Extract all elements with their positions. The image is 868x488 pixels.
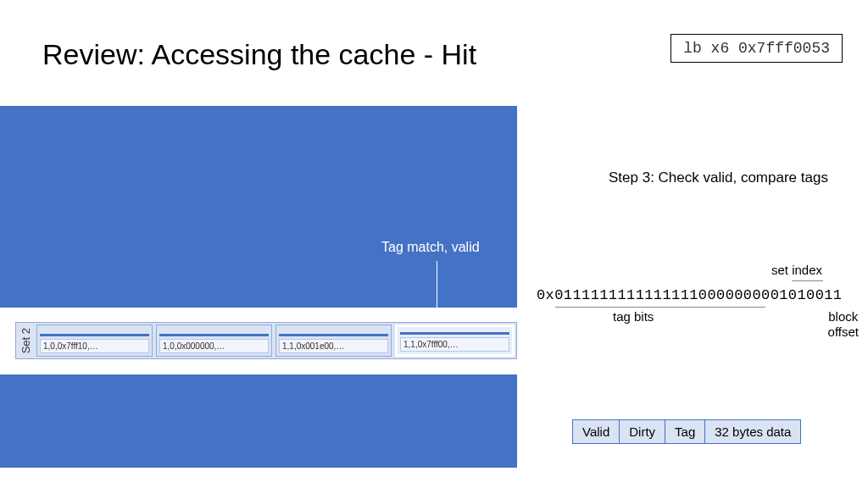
- callout-label: Tag match, valid: [381, 240, 480, 255]
- cache-way-2: 1,1,0x001e00,…: [275, 324, 392, 357]
- legend-dirty: Dirty: [620, 420, 665, 443]
- set-index-label: set index: [771, 263, 822, 277]
- cache-way-1: 1,0,0x000000,…: [156, 324, 272, 357]
- way-bar: [159, 334, 269, 336]
- tag-bits-label: tag bits: [613, 309, 654, 324]
- cache-block-below: [0, 374, 517, 468]
- cache-way-0: 1,0,0x7fff10,…: [36, 324, 153, 357]
- cache-line-legend: Valid Dirty Tag 32 bytes data: [572, 419, 801, 444]
- legend-tag: Tag: [665, 420, 705, 443]
- callout-line: [437, 261, 437, 317]
- tag-underline: [555, 307, 765, 308]
- legend-valid: Valid: [573, 420, 620, 443]
- block-offset-label: blockoffset: [828, 309, 859, 340]
- way-content: 1,0,0x7fff10,…: [40, 339, 149, 353]
- way-bar: [40, 334, 149, 336]
- set-index-underline: [792, 280, 823, 281]
- set-label: Set 2: [16, 328, 35, 353]
- address-bits: 0x01111111111111110000000001010011: [537, 287, 842, 303]
- way-bar: [279, 334, 388, 336]
- cache-way-3-hit: 1,1,0x7fff00,…: [395, 324, 515, 357]
- cache-set-row: Set 2 1,0,0x7fff10,… 1,0,0x000000,… 1,1,…: [15, 322, 517, 359]
- cache-block-above: [0, 106, 517, 308]
- way-content: 1,1,0x001e00,…: [279, 339, 388, 353]
- way-content: 1,0,0x000000,…: [159, 339, 269, 353]
- instruction-code: lb x6 0x7fff0053: [670, 34, 843, 63]
- step-description: Step 3: Check valid, compare tags: [609, 169, 828, 186]
- way-bar: [400, 332, 509, 335]
- legend-data: 32 bytes data: [705, 420, 800, 443]
- way-content: 1,1,0x7fff00,…: [400, 337, 509, 352]
- slide-title: Review: Accessing the cache - Hit: [42, 38, 476, 71]
